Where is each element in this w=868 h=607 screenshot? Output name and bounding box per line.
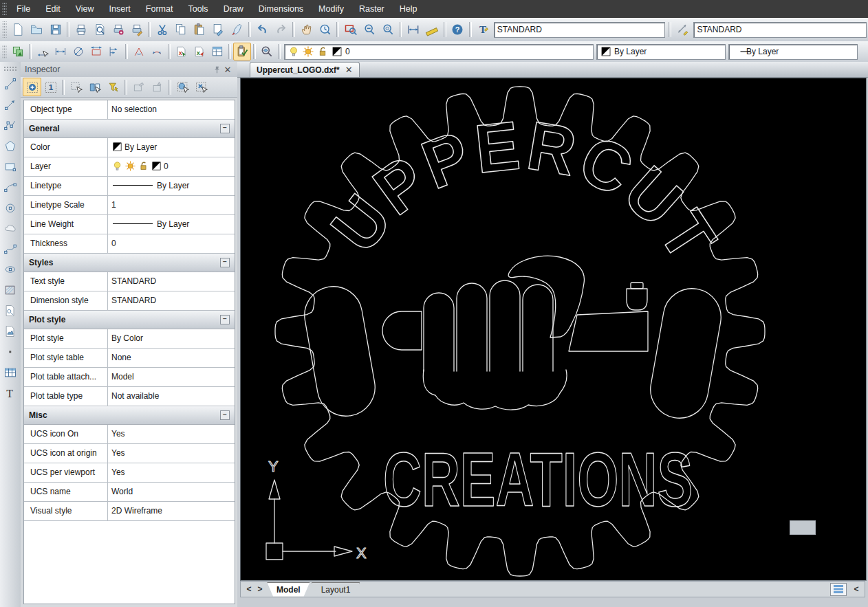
select-invert-icon[interactable] xyxy=(85,78,104,96)
sheet-prev-icon[interactable]: < xyxy=(243,584,254,594)
text-style-combo[interactable]: STANDARD xyxy=(494,22,666,38)
match-properties-icon[interactable] xyxy=(233,43,251,60)
redo-icon[interactable] xyxy=(272,20,290,39)
property-value[interactable]: Not available xyxy=(108,387,235,406)
quill-edit-icon[interactable] xyxy=(228,20,246,39)
property-value[interactable]: Yes xyxy=(108,444,235,463)
polyline-icon[interactable] xyxy=(1,116,19,134)
menu-item-raster[interactable]: Raster xyxy=(351,0,392,18)
clear-selection-icon[interactable] xyxy=(192,78,210,96)
rectangle-icon[interactable] xyxy=(1,157,19,175)
paste-edit-icon[interactable] xyxy=(209,20,228,39)
property-value[interactable]: By Layer xyxy=(108,215,235,234)
property-value[interactable]: By Layer xyxy=(108,177,235,195)
attributes-sheet-icon[interactable] xyxy=(208,43,226,60)
hatch-icon[interactable] xyxy=(1,281,19,299)
add-selection-icon[interactable] xyxy=(23,78,41,96)
paste-icon[interactable] xyxy=(191,20,209,39)
select-dimension-icon[interactable] xyxy=(34,43,52,60)
menu-item-file[interactable]: File xyxy=(9,0,38,18)
section-collapse-icon[interactable]: − xyxy=(220,258,230,267)
zoom-extents-icon[interactable] xyxy=(378,20,397,39)
print-setup-icon[interactable] xyxy=(109,20,127,39)
copy-properties-icon[interactable] xyxy=(129,78,148,96)
property-value[interactable]: 0 xyxy=(108,157,235,176)
polygon-icon[interactable] xyxy=(1,137,19,155)
sheet-list-icon[interactable] xyxy=(830,583,847,596)
undo-icon[interactable] xyxy=(253,20,272,39)
property-value[interactable]: 0 xyxy=(108,234,235,253)
sheet-tab-model[interactable]: Model xyxy=(267,582,310,597)
print-icon[interactable] xyxy=(72,20,90,39)
zoom-to-selection-icon[interactable] xyxy=(173,78,192,96)
text-icon[interactable]: T xyxy=(1,384,19,402)
save-icon[interactable] xyxy=(46,20,65,39)
print-export-icon[interactable] xyxy=(127,20,146,39)
document-tab[interactable]: Uppercut_LOGO.dxf* ✕ xyxy=(250,62,360,77)
property-value[interactable]: 2D Wireframe xyxy=(108,502,235,520)
menu-item-edit[interactable]: Edit xyxy=(38,0,68,18)
measure-distance-icon[interactable] xyxy=(404,20,422,39)
zoom-window-icon[interactable] xyxy=(341,20,360,39)
ruler-icon[interactable] xyxy=(423,20,442,39)
cut-icon[interactable] xyxy=(153,20,171,39)
copy-entities-icon[interactable] xyxy=(9,43,27,60)
document-close-icon[interactable]: ✕ xyxy=(345,65,353,75)
ray-icon[interactable] xyxy=(1,96,19,113)
property-value[interactable]: Yes xyxy=(108,463,235,482)
color-combo[interactable]: By Layer xyxy=(596,44,726,60)
property-value[interactable]: Model xyxy=(108,368,235,386)
menu-item-view[interactable]: View xyxy=(68,0,102,18)
property-value[interactable]: None xyxy=(108,349,235,367)
sheet-tab-layout1[interactable]: Layout1 xyxy=(312,582,360,597)
menu-item-format[interactable]: Format xyxy=(138,0,181,18)
apply-properties-icon[interactable] xyxy=(148,78,166,96)
pan-hand-icon[interactable] xyxy=(297,20,316,39)
point-icon[interactable] xyxy=(1,343,19,361)
arc-icon[interactable] xyxy=(1,178,19,196)
block-import-icon[interactable]: x xyxy=(191,43,208,60)
layer-combo[interactable]: 0 xyxy=(284,44,594,60)
property-value[interactable]: By Layer xyxy=(108,138,235,157)
circle-icon[interactable] xyxy=(1,199,19,217)
section-collapse-icon[interactable]: − xyxy=(220,410,230,420)
dim-style-combo[interactable]: STANDARD xyxy=(693,22,867,38)
selection-count-icon[interactable]: 1 xyxy=(41,78,60,96)
ellipse-icon[interactable] xyxy=(1,261,19,278)
scrollbar-stub[interactable] xyxy=(790,520,816,535)
model-canvas[interactable]: UPPERCUT CREATIONS xyxy=(240,78,867,581)
menu-item-insert[interactable]: Insert xyxy=(102,0,138,18)
zoom-previous-icon[interactable] xyxy=(360,20,378,39)
menu-item-modify[interactable]: Modify xyxy=(311,0,351,18)
cloud-icon[interactable] xyxy=(1,219,19,237)
spline-icon[interactable] xyxy=(1,240,19,258)
menu-item-dimensions[interactable]: Dimensions xyxy=(251,0,311,18)
sheet-next-icon[interactable]: > xyxy=(254,584,265,594)
help-icon[interactable]: ? xyxy=(448,20,467,39)
print-preview-icon[interactable] xyxy=(90,20,109,39)
dim-arc-icon[interactable] xyxy=(148,43,166,60)
property-value[interactable]: STANDARD xyxy=(108,272,235,291)
dim-rectangle-icon[interactable] xyxy=(87,43,105,60)
section-collapse-icon[interactable]: − xyxy=(220,315,230,324)
property-value[interactable]: No selection xyxy=(108,100,235,119)
dim-diameter-icon[interactable] xyxy=(69,43,87,60)
property-value[interactable]: World xyxy=(108,483,235,501)
close-icon[interactable]: ✕ xyxy=(222,64,233,75)
section-collapse-icon[interactable]: − xyxy=(220,124,230,133)
open-folder-icon[interactable] xyxy=(28,20,46,39)
property-value[interactable]: Yes xyxy=(108,425,235,443)
property-value[interactable]: STANDARD xyxy=(108,291,235,310)
select-window-icon[interactable] xyxy=(67,78,85,96)
layers-explorer-icon[interactable] xyxy=(258,43,276,60)
block-insert-icon[interactable] xyxy=(1,302,19,320)
menu-item-draw[interactable]: Draw xyxy=(216,0,251,18)
dim-linear-icon[interactable] xyxy=(52,43,69,60)
image-insert-icon[interactable] xyxy=(1,322,19,340)
property-value[interactable]: By Color xyxy=(108,329,235,348)
menu-item-help[interactable]: Help xyxy=(392,0,425,18)
dim-angle-icon[interactable] xyxy=(130,43,148,60)
copy-icon[interactable] xyxy=(172,20,191,39)
property-value[interactable]: 1 xyxy=(108,196,235,214)
table-icon[interactable] xyxy=(1,364,19,382)
